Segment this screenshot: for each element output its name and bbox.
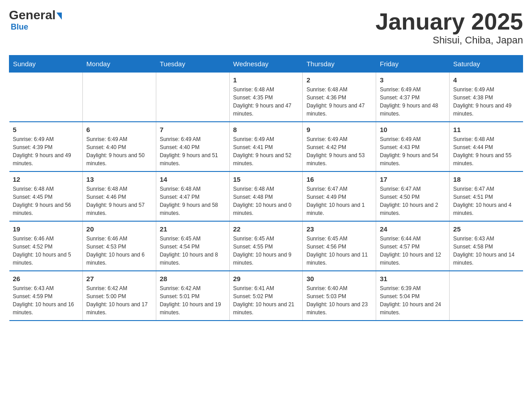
day-info: Sunrise: 6:48 AM Sunset: 4:45 PM Dayligh… [13, 185, 79, 217]
calendar-cell: 17Sunrise: 6:47 AM Sunset: 4:50 PM Dayli… [376, 171, 450, 221]
calendar-cell: 10Sunrise: 6:49 AM Sunset: 4:43 PM Dayli… [376, 122, 450, 171]
day-number: 20 [86, 225, 152, 233]
day-number: 5 [13, 126, 79, 133]
day-info: Sunrise: 6:46 AM Sunset: 4:53 PM Dayligh… [86, 235, 152, 267]
calendar-cell: 18Sunrise: 6:47 AM Sunset: 4:51 PM Dayli… [450, 171, 523, 221]
day-number: 11 [453, 126, 519, 133]
calendar-cell: 30Sunrise: 6:40 AM Sunset: 5:03 PM Dayli… [303, 271, 376, 321]
day-number: 18 [453, 176, 519, 183]
day-info: Sunrise: 6:49 AM Sunset: 4:40 PM Dayligh… [86, 135, 152, 167]
day-number: 2 [306, 76, 372, 84]
day-info: Sunrise: 6:47 AM Sunset: 4:50 PM Dayligh… [380, 185, 446, 217]
calendar-week-row: 12Sunrise: 6:48 AM Sunset: 4:45 PM Dayli… [9, 171, 523, 221]
day-info: Sunrise: 6:43 AM Sunset: 4:58 PM Dayligh… [453, 235, 519, 267]
calendar-day-header: Tuesday [156, 56, 229, 73]
day-info: Sunrise: 6:47 AM Sunset: 4:49 PM Dayligh… [306, 185, 372, 217]
day-number: 16 [306, 176, 372, 183]
calendar-cell [9, 73, 83, 122]
day-number: 28 [160, 275, 226, 283]
calendar-week-row: 26Sunrise: 6:43 AM Sunset: 4:59 PM Dayli… [9, 271, 523, 321]
calendar-week-row: 1Sunrise: 6:48 AM Sunset: 4:35 PM Daylig… [9, 73, 523, 122]
day-number: 13 [86, 176, 152, 183]
calendar-title: January 2025 [375, 9, 523, 34]
day-number: 22 [233, 225, 299, 233]
calendar-cell: 5Sunrise: 6:49 AM Sunset: 4:39 PM Daylig… [9, 122, 83, 171]
day-number: 14 [160, 176, 226, 183]
day-number: 12 [13, 176, 79, 183]
day-number: 23 [306, 225, 372, 233]
day-info: Sunrise: 6:44 AM Sunset: 4:57 PM Dayligh… [380, 235, 446, 267]
calendar-cell: 1Sunrise: 6:48 AM Sunset: 4:35 PM Daylig… [229, 73, 303, 122]
calendar-cell: 3Sunrise: 6:49 AM Sunset: 4:37 PM Daylig… [376, 73, 450, 122]
day-info: Sunrise: 6:39 AM Sunset: 5:04 PM Dayligh… [380, 284, 446, 317]
day-info: Sunrise: 6:45 AM Sunset: 4:55 PM Dayligh… [233, 235, 299, 267]
day-info: Sunrise: 6:48 AM Sunset: 4:47 PM Dayligh… [160, 185, 226, 217]
calendar-cell [450, 271, 523, 321]
day-number: 7 [160, 126, 226, 133]
day-number: 15 [233, 176, 299, 183]
day-info: Sunrise: 6:48 AM Sunset: 4:36 PM Dayligh… [306, 86, 372, 118]
day-info: Sunrise: 6:40 AM Sunset: 5:03 PM Dayligh… [306, 284, 372, 317]
day-info: Sunrise: 6:48 AM Sunset: 4:46 PM Dayligh… [86, 185, 152, 217]
calendar-table: SundayMondayTuesdayWednesdayThursdayFrid… [9, 55, 523, 321]
calendar-cell: 13Sunrise: 6:48 AM Sunset: 4:46 PM Dayli… [82, 171, 156, 221]
calendar-cell: 28Sunrise: 6:42 AM Sunset: 5:01 PM Dayli… [156, 271, 229, 321]
calendar-cell [156, 73, 229, 122]
calendar-day-header: Wednesday [229, 56, 303, 73]
calendar-cell: 27Sunrise: 6:42 AM Sunset: 5:00 PM Dayli… [82, 271, 156, 321]
title-area: January 2025 Shisui, Chiba, Japan [375, 9, 523, 46]
day-info: Sunrise: 6:49 AM Sunset: 4:40 PM Dayligh… [160, 135, 226, 167]
calendar-cell: 19Sunrise: 6:46 AM Sunset: 4:52 PM Dayli… [9, 221, 83, 271]
day-number: 21 [160, 225, 226, 233]
calendar-cell: 26Sunrise: 6:43 AM Sunset: 4:59 PM Dayli… [9, 271, 83, 321]
day-number: 27 [86, 275, 152, 283]
day-info: Sunrise: 6:45 AM Sunset: 4:56 PM Dayligh… [306, 235, 372, 267]
day-info: Sunrise: 6:47 AM Sunset: 4:51 PM Dayligh… [453, 185, 519, 217]
day-number: 6 [86, 126, 152, 133]
day-info: Sunrise: 6:49 AM Sunset: 4:38 PM Dayligh… [453, 86, 519, 118]
calendar-cell: 6Sunrise: 6:49 AM Sunset: 4:40 PM Daylig… [82, 122, 156, 171]
calendar-cell: 15Sunrise: 6:48 AM Sunset: 4:48 PM Dayli… [229, 171, 303, 221]
day-number: 19 [13, 225, 79, 233]
day-info: Sunrise: 6:49 AM Sunset: 4:39 PM Dayligh… [13, 135, 79, 167]
calendar-cell [82, 73, 156, 122]
calendar-cell: 23Sunrise: 6:45 AM Sunset: 4:56 PM Dayli… [303, 221, 376, 271]
day-info: Sunrise: 6:49 AM Sunset: 4:41 PM Dayligh… [233, 135, 299, 167]
day-info: Sunrise: 6:43 AM Sunset: 4:59 PM Dayligh… [13, 284, 79, 317]
day-info: Sunrise: 6:42 AM Sunset: 5:00 PM Dayligh… [86, 284, 152, 317]
day-info: Sunrise: 6:49 AM Sunset: 4:37 PM Dayligh… [380, 86, 446, 118]
calendar-day-header: Sunday [9, 56, 83, 73]
day-info: Sunrise: 6:49 AM Sunset: 4:42 PM Dayligh… [306, 135, 372, 167]
calendar-header-row: SundayMondayTuesdayWednesdayThursdayFrid… [9, 56, 523, 73]
day-info: Sunrise: 6:48 AM Sunset: 4:48 PM Dayligh… [233, 185, 299, 217]
day-number: 9 [306, 126, 372, 133]
calendar-day-header: Monday [82, 56, 156, 73]
logo-text: General [9, 9, 62, 21]
calendar-week-row: 5Sunrise: 6:49 AM Sunset: 4:39 PM Daylig… [9, 122, 523, 171]
day-info: Sunrise: 6:42 AM Sunset: 5:01 PM Dayligh… [160, 284, 226, 317]
calendar-cell: 31Sunrise: 6:39 AM Sunset: 5:04 PM Dayli… [376, 271, 450, 321]
calendar-cell: 21Sunrise: 6:45 AM Sunset: 4:54 PM Dayli… [156, 221, 229, 271]
calendar-cell: 4Sunrise: 6:49 AM Sunset: 4:38 PM Daylig… [450, 73, 523, 122]
logo-blue: Blue [11, 22, 28, 32]
day-number: 10 [380, 126, 446, 133]
calendar-cell: 14Sunrise: 6:48 AM Sunset: 4:47 PM Dayli… [156, 171, 229, 221]
day-info: Sunrise: 6:45 AM Sunset: 4:54 PM Dayligh… [160, 235, 226, 267]
day-number: 29 [233, 275, 299, 283]
calendar-cell: 2Sunrise: 6:48 AM Sunset: 4:36 PM Daylig… [303, 73, 376, 122]
calendar-cell: 22Sunrise: 6:45 AM Sunset: 4:55 PM Dayli… [229, 221, 303, 271]
day-number: 4 [453, 76, 519, 84]
calendar-cell: 11Sunrise: 6:48 AM Sunset: 4:44 PM Dayli… [450, 122, 523, 171]
calendar-cell: 25Sunrise: 6:43 AM Sunset: 4:58 PM Dayli… [450, 221, 523, 271]
day-info: Sunrise: 6:46 AM Sunset: 4:52 PM Dayligh… [13, 235, 79, 267]
calendar-cell: 20Sunrise: 6:46 AM Sunset: 4:53 PM Dayli… [82, 221, 156, 271]
day-number: 3 [380, 76, 446, 84]
calendar-subtitle: Shisui, Chiba, Japan [375, 34, 523, 46]
day-info: Sunrise: 6:48 AM Sunset: 4:35 PM Dayligh… [233, 86, 299, 118]
day-number: 1 [233, 76, 299, 84]
day-info: Sunrise: 6:41 AM Sunset: 5:02 PM Dayligh… [233, 284, 299, 317]
day-number: 26 [13, 275, 79, 283]
page-header: General Blue January 2025 Shisui, Chiba,… [9, 9, 523, 46]
day-info: Sunrise: 6:49 AM Sunset: 4:43 PM Dayligh… [380, 135, 446, 167]
day-number: 24 [380, 225, 446, 233]
